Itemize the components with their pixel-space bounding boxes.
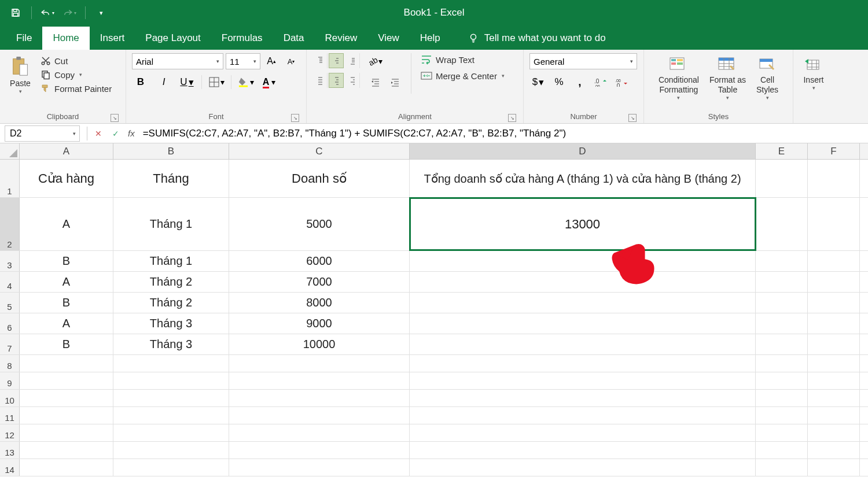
cell-C4[interactable]: 7000 [229,272,410,292]
conditional-formatting-button[interactable]: Conditional Formatting▾ [655,53,703,103]
cell-A6[interactable]: A [20,313,113,334]
cut-button[interactable]: Cut [38,54,114,67]
row-header-1[interactable]: 1 [0,160,20,197]
cell-F1[interactable] [808,160,860,197]
copy-button[interactable]: Copy▾ [38,68,114,81]
row-header-8[interactable]: 8 [0,355,20,372]
cell-E3[interactable] [756,251,808,271]
name-box[interactable]: D2▾ [5,125,80,142]
borders-button[interactable]: ▾ [208,74,225,90]
tab-file[interactable]: File [6,27,42,50]
qat-customize-icon[interactable]: ▾ [91,5,111,21]
align-right-icon[interactable] [345,73,360,88]
cell-B1[interactable]: Tháng [113,160,229,197]
dialog-launcher-icon[interactable]: ↘ [628,114,637,122]
tab-formulas[interactable]: Formulas [211,27,273,50]
cell-F2[interactable] [808,198,860,250]
cell-E5[interactable] [756,293,808,313]
cell-E4[interactable] [756,272,808,292]
row-header-13[interactable]: 13 [0,442,20,459]
cell-C2[interactable]: 5000 [229,198,410,250]
formula-input[interactable] [138,125,868,142]
tab-insert[interactable]: Insert [90,27,135,50]
paste-button[interactable]: Paste ▾ [6,53,35,97]
cell-B2[interactable]: Tháng 1 [113,198,229,250]
cell-F4[interactable] [808,272,860,292]
tab-view[interactable]: View [367,27,410,50]
percent-format-icon[interactable]: % [550,74,568,90]
tab-data[interactable]: Data [273,27,315,50]
decrease-indent-icon[interactable] [367,74,384,90]
cell-C6[interactable]: 9000 [229,313,410,334]
increase-decimal-icon[interactable]: .0.00 [592,74,609,90]
comma-format-icon[interactable]: , [571,74,589,90]
row-header-12[interactable]: 12 [0,424,20,441]
accounting-format-icon[interactable]: $▾ [529,74,547,90]
col-header-E[interactable]: E [756,143,808,159]
increase-indent-icon[interactable] [387,74,404,90]
align-bottom-icon[interactable] [345,53,360,68]
row-header-7[interactable]: 7 [0,334,20,354]
align-middle-icon[interactable] [329,53,344,68]
font-color-button[interactable]: A▾ [260,74,278,90]
cell-E6[interactable] [756,313,808,334]
cancel-icon[interactable]: ✕ [90,125,107,142]
cell-A5[interactable]: B [20,293,113,313]
spreadsheet-grid[interactable]: A B C D E F 1 Cửa hàng Tháng Doanh số Tổ… [0,143,868,476]
cell-A2[interactable]: A [20,198,113,250]
row-header-10[interactable]: 10 [0,390,20,406]
dialog-launcher-icon[interactable]: ↘ [291,114,299,122]
cell-B5[interactable]: Tháng 2 [113,293,229,313]
tab-help[interactable]: Help [410,27,451,50]
cell-D1[interactable]: Tổng doanh số cửa hàng A (tháng 1) và cử… [410,160,756,197]
cell-E1[interactable] [756,160,808,197]
cell-E7[interactable] [756,334,808,354]
enter-icon[interactable]: ✓ [107,125,124,142]
cell-A7[interactable]: B [20,334,113,354]
font-size-combo[interactable]: 11▾ [226,53,260,69]
col-header-A[interactable]: A [20,143,113,159]
bold-button[interactable]: B [132,74,149,90]
cell-F5[interactable] [808,293,860,313]
fill-color-button[interactable]: ▾ [237,74,255,90]
tab-page-layout[interactable]: Page Layout [135,27,211,50]
insert-cells-button[interactable]: Insert▾ [799,53,828,93]
decrease-decimal-icon[interactable]: .00.0 [613,74,630,90]
cell-A3[interactable]: B [20,251,113,271]
row-header-4[interactable]: 4 [0,272,20,292]
row-header-11[interactable]: 11 [0,407,20,424]
cell-E2[interactable] [756,198,808,250]
tell-me-search[interactable]: Tell me what you want to do [468,32,606,50]
cell-F7[interactable] [808,334,860,354]
cell-D3[interactable] [410,251,756,271]
align-top-icon[interactable] [312,53,328,68]
align-center-icon[interactable] [329,73,344,88]
cell-B4[interactable]: Tháng 2 [113,272,229,292]
cell-styles-button[interactable]: Cell Styles▾ [753,53,782,103]
cell-B7[interactable]: Tháng 3 [113,334,229,354]
cell-C5[interactable]: 8000 [229,293,410,313]
cell-B6[interactable]: Tháng 3 [113,313,229,334]
fx-icon[interactable]: fx [128,128,135,138]
wrap-text-button[interactable]: Wrap Text [418,53,507,66]
format-painter-button[interactable]: Format Painter [38,82,114,95]
orientation-button[interactable]: ab▾ [367,53,384,69]
align-left-icon[interactable] [312,73,328,88]
number-format-combo[interactable]: General▾ [529,53,637,69]
cell-D4[interactable] [410,272,756,292]
cell-D5[interactable] [410,293,756,313]
cell-A1[interactable]: Cửa hàng [20,160,113,197]
underline-button[interactable]: U▾ [178,74,196,90]
row-header-3[interactable]: 3 [0,251,20,271]
col-header-F[interactable]: F [808,143,860,159]
undo-icon[interactable]: ▾ [38,5,57,21]
select-all-corner[interactable] [0,143,20,159]
redo-icon[interactable]: ▾ [60,5,79,21]
cell-D2[interactable]: 13000 [410,198,756,250]
col-header-C[interactable]: C [229,143,410,159]
cell-C1[interactable]: Doanh số [229,160,410,197]
cell-D7[interactable] [410,334,756,354]
italic-button[interactable]: I [155,74,172,90]
dialog-launcher-icon[interactable]: ↘ [508,114,516,122]
row-header-9[interactable]: 9 [0,372,20,389]
